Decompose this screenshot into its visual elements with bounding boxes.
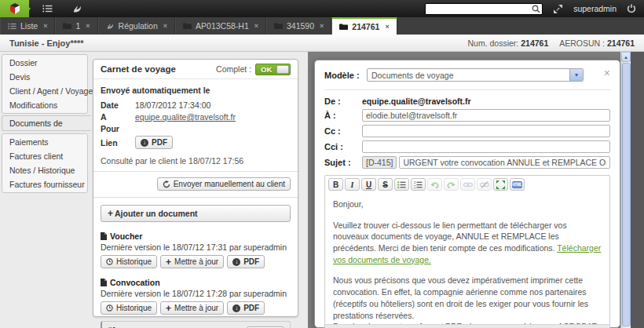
pdf-button[interactable]: ↓ PDF (227, 301, 265, 315)
bold-button[interactable]: B (328, 178, 343, 191)
subject-field[interactable] (399, 156, 610, 169)
link-button[interactable] (460, 178, 475, 191)
email-compose-dialog: Modèle : Documents de voyage ▾ × De : eq… (314, 60, 620, 328)
to-field[interactable] (362, 109, 610, 122)
list-icon (8, 23, 16, 30)
resend-icon (163, 180, 170, 188)
plus-icon: + (166, 305, 171, 312)
html-icon: HTML (512, 181, 522, 188)
sidebar-item-client-agent-voyageurs[interactable]: Client / Agent / Voyageurs (2, 84, 87, 98)
bullet-list-button[interactable] (394, 178, 409, 191)
italic-button[interactable]: I (345, 178, 360, 191)
to-email-link[interactable]: equipe.qualite@travelsoft.fr (135, 112, 236, 122)
update-button[interactable]: + Mettre à jour (160, 255, 224, 268)
cci-field[interactable] (362, 140, 610, 153)
bird-icon (72, 4, 82, 13)
close-icon[interactable]: × (320, 22, 324, 30)
modal-overlay: ▲ Modèle : Documents de voyage ▾ × De : … (308, 52, 644, 328)
aerosun-value: 214761 (607, 38, 635, 48)
chevron-down-icon[interactable]: ▾ (569, 69, 583, 81)
historique-label: Historique (116, 304, 152, 312)
pdf-button-label: PDF (152, 138, 167, 147)
numbered-list-icon (414, 181, 423, 188)
search-input[interactable] (425, 3, 543, 15)
close-icon[interactable]: × (254, 22, 258, 30)
close-icon[interactable]: × (163, 22, 167, 30)
document-icon (101, 232, 107, 240)
pdf-button-label: PDF (243, 257, 259, 266)
document-convocation: Convocation Dernière version le 18/07/12… (101, 278, 291, 328)
scroll-up-arrow[interactable]: ▲ (621, 52, 631, 62)
document-name: Convocation (110, 278, 160, 287)
body-paragraph-3: Pour les documents au format PDF, si vou… (333, 321, 602, 324)
dossier-title-bar: Tunisie - Enjoy**** Num. dossier: 214761… (0, 35, 644, 52)
body-greeting: Bonjour, (333, 199, 602, 210)
document-voucher: Voucher Dernière version le 18/07/12 17:… (101, 231, 291, 268)
historique-button[interactable]: Historique (101, 255, 157, 268)
unlink-button[interactable] (477, 178, 492, 191)
tab-regulation[interactable]: Régulation × (98, 17, 175, 35)
regulation-button[interactable] (65, 0, 89, 17)
dialog-close-icon[interactable]: × (604, 68, 610, 78)
cc-field[interactable] (362, 125, 610, 137)
redo-icon (447, 181, 456, 188)
numbered-list-button[interactable] (411, 178, 426, 191)
tab-1[interactable]: 1 × (55, 17, 97, 35)
pdf-button[interactable]: ↓ PDF (227, 255, 265, 268)
app-logo[interactable] (0, 0, 29, 17)
sidebar-item-modifications[interactable]: Modifications (2, 98, 87, 112)
sidebar-item-paiements[interactable]: Paiements (2, 135, 87, 149)
undo-button[interactable] (427, 178, 442, 191)
body-paragraph-1: Veuillez trouver ci-dessous le lien perm… (333, 220, 602, 266)
sidebar-item-notes-historique[interactable]: Notes / Historique (2, 163, 87, 177)
editor-toolbar: B I U S (325, 176, 609, 192)
template-select[interactable]: Documents de voyage ▾ (367, 68, 584, 82)
toggle-on-label: OK (261, 65, 272, 74)
fullscreen-button[interactable] (553, 4, 563, 14)
from-value: equipe.qualite@travelsoft.fr (362, 97, 471, 106)
carnet-header: Carnet de voyage Complet : OK (93, 60, 298, 79)
lien-label: Lien (101, 138, 135, 148)
complete-toggle[interactable]: OK (255, 64, 291, 75)
consulted-status: Consulté par le client le 18/07/12 17:56 (101, 156, 291, 166)
close-icon[interactable]: × (43, 22, 47, 30)
cci-label: Cci : (324, 142, 362, 151)
sidebar-item-factures-fournisseur[interactable]: Factures fournisseur (2, 177, 87, 191)
html-source-button[interactable]: HTML (510, 178, 525, 191)
underline-button[interactable]: U (361, 178, 376, 191)
scrollbar-thumb[interactable] (622, 63, 631, 326)
menu-button[interactable] (35, 0, 59, 17)
toggle-knob (276, 65, 289, 74)
tab-liste[interactable]: Liste × (0, 17, 55, 35)
unlink-icon (480, 181, 489, 188)
strikethrough-button[interactable]: S (378, 178, 393, 191)
global-search (425, 3, 543, 15)
search-icon (532, 5, 540, 13)
tab-ap013c58[interactable]: AP013C58-H1 × (175, 17, 266, 35)
sidebar-item-factures-client[interactable]: Factures client (2, 149, 87, 163)
close-icon[interactable]: × (385, 23, 389, 31)
sidebar-item-documents-de-voyage[interactable]: Documents de voyage (2, 115, 91, 131)
sidebar-item-dossier[interactable]: Dossier (2, 56, 87, 70)
sidebar-group-top: Dossier Devis Client / Agent / Voyageurs… (2, 54, 88, 114)
add-document-button[interactable]: + Ajouter un document (101, 205, 291, 222)
email-body-editor[interactable]: Bonjour, Veuillez trouver ci-dessous le … (325, 192, 609, 324)
num-dossier-value: 214761 (521, 38, 548, 48)
tab-214761-active[interactable]: 214761 × (331, 17, 397, 35)
workspace: Dossier Devis Client / Agent / Voyageurs… (0, 52, 644, 328)
logout-button[interactable] (627, 4, 636, 13)
cc-label: Cc : (324, 126, 362, 136)
vertical-scrollbar[interactable]: ▲ (620, 52, 631, 328)
download-icon: ↓ (232, 258, 240, 266)
redo-button[interactable] (444, 178, 459, 191)
update-button[interactable]: + Mettre à jour (160, 301, 224, 315)
pdf-link-button[interactable]: ↓ PDF (135, 136, 173, 149)
send-manual-button[interactable]: Envoyer manuellement au client (157, 177, 291, 191)
historique-button[interactable]: Historique (101, 301, 157, 315)
tab-341590[interactable]: 341590 × (266, 17, 331, 35)
sidebar-item-devis[interactable]: Devis (2, 70, 87, 84)
tab-bar: Liste × 1 × Régulation × AP013C58-H1 × 3… (0, 17, 644, 35)
fullscreen-button[interactable] (493, 178, 508, 191)
right-dark-strip (630, 52, 644, 328)
close-icon[interactable]: × (86, 22, 90, 30)
